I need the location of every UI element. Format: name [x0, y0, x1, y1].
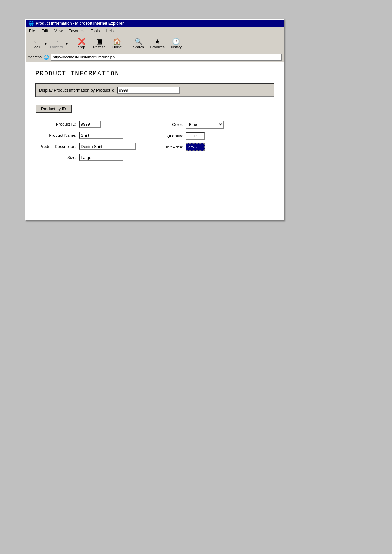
stop-label: Stop: [78, 45, 85, 49]
unit-price-row: Unit Price:: [155, 143, 274, 151]
menu-help[interactable]: Help: [105, 28, 115, 34]
quantity-label: Quantity:: [155, 134, 183, 138]
menu-file[interactable]: File: [28, 28, 36, 34]
form-right-column: Color: Blue Red Green White Black Quanti…: [155, 121, 274, 161]
product-description-field[interactable]: [79, 143, 136, 150]
history-icon: 🕐: [172, 38, 180, 45]
refresh-label: Refresh: [93, 45, 106, 49]
back-button[interactable]: ← Back: [28, 37, 44, 50]
quantity-row: Quantity:: [155, 132, 274, 140]
size-row: Size:: [35, 154, 155, 161]
title-bar: 🌐 Product information - Microsoft Intern…: [26, 20, 284, 27]
search-section-label: Display Product information by Product i…: [39, 88, 114, 93]
browser-icon: 🌐: [28, 21, 34, 26]
page-icon: 🌐: [44, 55, 49, 60]
menu-edit[interactable]: Edit: [40, 28, 49, 34]
size-field[interactable]: [79, 154, 123, 161]
product-by-id-button[interactable]: Product by ID: [35, 105, 72, 113]
search-label: Search: [133, 45, 144, 49]
product-form: Product ID: Product Name: Product Descri…: [35, 121, 274, 161]
address-bar: Address 🌐: [26, 52, 284, 62]
address-input[interactable]: [51, 54, 282, 61]
address-label: Address: [28, 55, 42, 59]
product-name-label: Product Name:: [35, 133, 76, 138]
product-id-row: Product ID:: [35, 121, 155, 128]
back-forward-group: ← Back ▼ → Forward ▼: [28, 37, 68, 50]
favorites-button[interactable]: ★ Favorites: [148, 37, 167, 50]
stop-icon: ❌: [78, 38, 86, 45]
menu-view[interactable]: View: [53, 28, 64, 34]
unit-price-field[interactable]: [186, 143, 205, 151]
quantity-field[interactable]: [186, 132, 205, 140]
form-left-column: Product ID: Product Name: Product Descri…: [35, 121, 155, 161]
favorites-label: Favorites: [150, 45, 165, 49]
home-label: Home: [112, 45, 122, 49]
product-description-row: Product Description:: [35, 143, 155, 150]
refresh-button[interactable]: ▣ Refresh: [91, 37, 108, 50]
favorites-icon: ★: [154, 38, 160, 45]
history-label: History: [171, 45, 182, 49]
product-id-field[interactable]: [79, 121, 101, 128]
product-name-row: Product Name:: [35, 132, 155, 139]
stop-button[interactable]: ❌ Stop: [74, 37, 89, 50]
back-dropdown-icon[interactable]: ▼: [44, 42, 47, 45]
menu-favorites[interactable]: Favorites: [68, 28, 86, 34]
home-icon: 🏠: [113, 38, 121, 45]
product-id-search-input[interactable]: [117, 87, 180, 94]
menu-bar: File Edit View Favorites Tools Help: [26, 27, 284, 35]
forward-icon: →: [53, 38, 59, 45]
history-button[interactable]: 🕐 History: [168, 37, 184, 50]
home-button[interactable]: 🏠 Home: [109, 37, 125, 50]
color-label: Color:: [155, 122, 183, 127]
back-icon: ←: [33, 38, 39, 45]
product-name-field[interactable]: [79, 132, 123, 139]
search-button[interactable]: 🔍 Search: [130, 37, 147, 50]
toolbar: ← Back ▼ → Forward ▼ ❌ Stop ▣ Refresh 🏠 …: [26, 35, 284, 52]
search-section: Display Product information by Product i…: [35, 83, 274, 97]
forward-label: Forward: [50, 45, 63, 49]
forward-button[interactable]: → Forward: [47, 37, 65, 50]
window-title: Product information - Microsoft Internet…: [36, 21, 124, 26]
unit-price-label: Unit Price:: [155, 145, 183, 149]
forward-dropdown-icon[interactable]: ▼: [65, 42, 68, 45]
refresh-icon: ▣: [96, 38, 102, 45]
page-title: PRODUCT INFORMATION: [35, 70, 274, 77]
color-row: Color: Blue Red Green White Black: [155, 121, 274, 129]
search-icon: 🔍: [135, 38, 142, 45]
toolbar-separator-2: [128, 37, 128, 50]
color-select[interactable]: Blue Red Green White Black: [186, 121, 224, 129]
page-content: PRODUCT INFORMATION Display Product info…: [26, 62, 284, 220]
menu-tools[interactable]: Tools: [89, 28, 101, 34]
size-label: Size:: [35, 155, 76, 160]
browser-window: 🌐 Product information - Microsoft Intern…: [25, 19, 284, 221]
toolbar-separator-1: [71, 37, 71, 50]
product-description-label: Product Description:: [35, 144, 76, 149]
back-label: Back: [33, 45, 40, 49]
product-id-label: Product ID:: [35, 122, 76, 127]
